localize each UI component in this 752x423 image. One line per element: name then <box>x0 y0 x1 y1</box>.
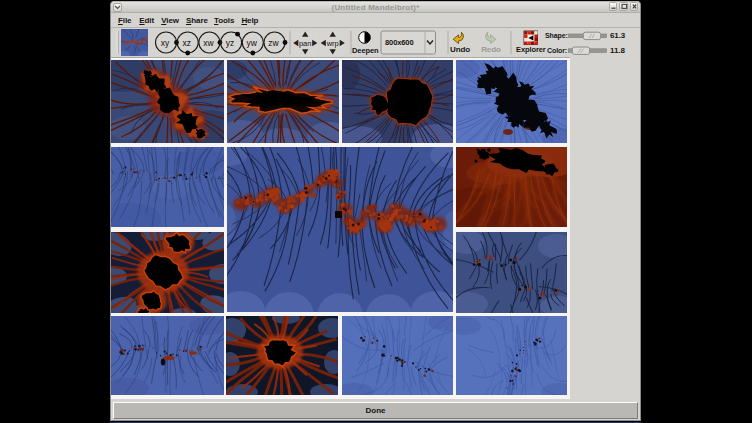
svg-text:xw: xw <box>203 38 214 48</box>
svg-text:wrp: wrp <box>326 39 339 48</box>
svg-text:yz: yz <box>226 38 235 48</box>
svg-text:xy: xy <box>161 38 170 48</box>
svg-text:zw: zw <box>268 38 279 48</box>
svg-text:pan: pan <box>299 39 312 48</box>
svg-text:yw: yw <box>247 38 258 48</box>
svg-text:xz: xz <box>182 38 191 48</box>
